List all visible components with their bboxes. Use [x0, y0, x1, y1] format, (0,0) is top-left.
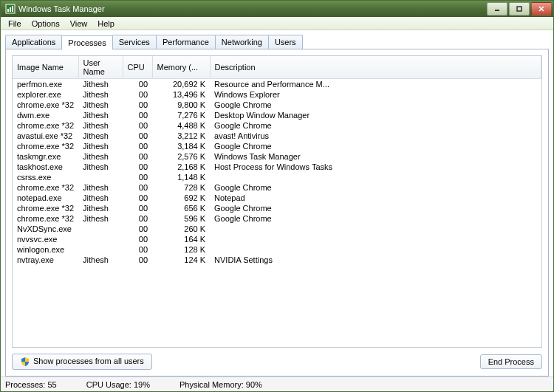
column-headers: Image NameUser NameCPUMemory (...Descrip… [13, 56, 541, 79]
content-pane: Image NameUser NameCPUMemory (...Descrip… [5, 49, 549, 376]
table-row[interactable]: avastui.exe *32Jithesh003,212 Kavast! An… [13, 131, 541, 141]
svg-rect-2 [10, 7, 11, 12]
status-memory: Physical Memory: 90% [179, 380, 262, 389]
table-row[interactable]: notepad.exeJithesh00692 KNotepad [13, 193, 541, 203]
table-row[interactable]: perfmon.exeJithesh0020,692 KResource and… [13, 79, 541, 90]
table-row[interactable]: chrome.exe *32Jithesh003,184 KGoogle Chr… [13, 141, 541, 151]
table-row[interactable]: nvvsvc.exe00164 K [13, 234, 541, 244]
status-processes: Processes: 55 [5, 380, 57, 389]
show-all-label: Show processes from all users [33, 357, 144, 365]
table-row[interactable]: winlogon.exe00128 K [13, 244, 541, 255]
tab-networking[interactable]: Networking [215, 35, 269, 49]
svg-rect-1 [7, 9, 9, 12]
col-header[interactable]: Memory (... [152, 56, 210, 79]
table-row[interactable]: chrome.exe *32Jithesh009,800 KGoogle Chr… [13, 100, 541, 110]
uac-shield-icon [20, 357, 30, 367]
menu-view[interactable]: View [66, 18, 92, 29]
table-row[interactable]: chrome.exe *32Jithesh00596 KGoogle Chrom… [13, 213, 541, 224]
taskmgr-icon [5, 4, 16, 14]
minimize-button[interactable] [487, 2, 507, 16]
tab-applications[interactable]: Applications [5, 35, 62, 49]
table-row[interactable]: nvtray.exeJithesh00124 KNVIDIA Settings [13, 255, 541, 265]
process-rows: perfmon.exeJithesh0020,692 KResource and… [13, 79, 541, 266]
svg-rect-3 [12, 6, 13, 12]
tab-processes[interactable]: Processes [61, 35, 112, 49]
table-row[interactable]: dwm.exeJithesh007,276 KDesktop Window Ma… [13, 110, 541, 120]
table-row[interactable]: taskhost.exeJithesh002,168 KHost Process… [13, 162, 541, 172]
close-button[interactable] [531, 2, 552, 16]
col-header[interactable]: Description [210, 56, 541, 79]
button-row: Show processes from all users End Proces… [12, 354, 542, 370]
table-row[interactable]: NvXDSync.exe00260 K [13, 224, 541, 234]
menubar: FileOptionsViewHelp [1, 17, 553, 30]
table-row[interactable]: explorer.exeJithesh0013,496 KWindows Exp… [13, 89, 541, 100]
svg-rect-5 [517, 7, 521, 11]
menu-options[interactable]: Options [27, 18, 64, 29]
tab-performance[interactable]: Performance [156, 35, 216, 49]
process-list[interactable]: Image NameUser NameCPUMemory (...Descrip… [12, 55, 542, 348]
table-row[interactable]: chrome.exe *32Jithesh004,488 KGoogle Chr… [13, 120, 541, 131]
titlebar: Windows Task Manager [1, 1, 553, 17]
table-row[interactable]: chrome.exe *32Jithesh00656 KGoogle Chrom… [13, 203, 541, 213]
col-header[interactable]: Image Name [13, 56, 78, 79]
table-row[interactable]: chrome.exe *32Jithesh00728 KGoogle Chrom… [13, 182, 541, 193]
tab-users[interactable]: Users [268, 35, 303, 49]
svg-line-6 [539, 7, 544, 11]
col-header[interactable]: CPU [123, 56, 152, 79]
end-process-button[interactable]: End Process [480, 354, 542, 369]
show-all-processes-button[interactable]: Show processes from all users [12, 354, 152, 370]
menu-help[interactable]: Help [93, 18, 119, 29]
statusbar: Processes: 55 CPU Usage: 19% Physical Me… [1, 376, 553, 391]
maximize-button[interactable] [509, 2, 530, 16]
window-title: Windows Task Manager [18, 4, 105, 13]
tab-strip: ApplicationsProcessesServicesPerformance… [5, 35, 553, 49]
table-row[interactable]: taskmgr.exeJithesh002,576 KWindows Task … [13, 151, 541, 162]
table-row[interactable]: csrss.exe001,148 K [13, 172, 541, 182]
svg-line-7 [539, 7, 544, 11]
status-cpu: CPU Usage: 19% [86, 380, 150, 389]
menu-file[interactable]: File [4, 18, 26, 29]
tab-services[interactable]: Services [112, 35, 157, 49]
col-header[interactable]: User Name [78, 56, 123, 79]
